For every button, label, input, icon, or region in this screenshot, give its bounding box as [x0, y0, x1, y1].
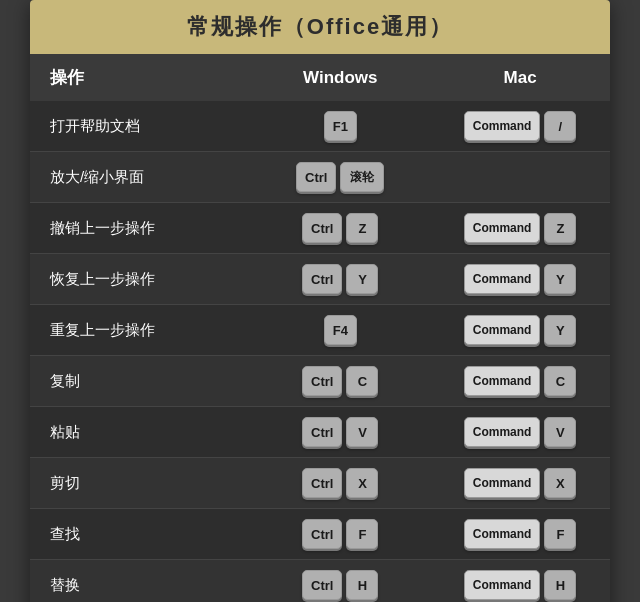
key-badge: X [346, 468, 378, 498]
action-cell: 替换 [30, 560, 250, 603]
mac-cell: CommandZ [430, 203, 610, 254]
action-cell: 撤销上一步操作 [30, 203, 250, 254]
action-cell: 放大/缩小界面 [30, 152, 250, 203]
key-badge: C [346, 366, 378, 396]
mac-cell: CommandY [430, 305, 610, 356]
mac-cell: CommandV [430, 407, 610, 458]
key-badge: 滚轮 [340, 162, 384, 192]
key-badge: Ctrl [302, 213, 342, 243]
key-badge: Ctrl [302, 468, 342, 498]
windows-cell: F4 [250, 305, 430, 356]
key-badge: Command [464, 366, 541, 396]
col-mac: Mac [430, 54, 610, 101]
windows-cell: CtrlF [250, 509, 430, 560]
key-badge: Command [464, 315, 541, 345]
action-cell: 查找 [30, 509, 250, 560]
key-badge: Ctrl [302, 417, 342, 447]
windows-cell: CtrlH [250, 560, 430, 603]
page-title: 常规操作（Office通用） [30, 0, 610, 54]
table-row: 复制CtrlCCommandC [30, 356, 610, 407]
key-badge: Ctrl [302, 366, 342, 396]
key-badge: Command [464, 264, 541, 294]
key-badge: Ctrl [296, 162, 336, 192]
key-badge: Ctrl [302, 264, 342, 294]
mac-cell: CommandF [430, 509, 610, 560]
table-row: 重复上一步操作F4CommandY [30, 305, 610, 356]
windows-cell: Ctrl滚轮 [250, 152, 430, 203]
key-badge: V [346, 417, 378, 447]
col-windows: Windows [250, 54, 430, 101]
windows-cell: CtrlY [250, 254, 430, 305]
mac-cell: CommandX [430, 458, 610, 509]
table-row: 恢复上一步操作CtrlYCommandY [30, 254, 610, 305]
table-row: 撤销上一步操作CtrlZCommandZ [30, 203, 610, 254]
mac-cell: CommandH [430, 560, 610, 603]
key-badge: Command [464, 213, 541, 243]
action-cell: 粘贴 [30, 407, 250, 458]
mac-cell: CommandC [430, 356, 610, 407]
key-badge: Y [544, 264, 576, 294]
key-badge: Y [544, 315, 576, 345]
key-badge: Command [464, 519, 541, 549]
key-badge: Y [346, 264, 378, 294]
key-badge: Z [544, 213, 576, 243]
shortcuts-table: 操作 Windows Mac 打开帮助文档F1Command/放大/缩小界面Ct… [30, 54, 610, 602]
mac-cell [430, 152, 610, 203]
key-badge: V [544, 417, 576, 447]
key-badge: Command [464, 570, 541, 600]
windows-cell: CtrlV [250, 407, 430, 458]
table-header-row: 操作 Windows Mac [30, 54, 610, 101]
key-badge: / [544, 111, 576, 141]
table-row: 替换CtrlHCommandH [30, 560, 610, 603]
key-badge: X [544, 468, 576, 498]
action-cell: 复制 [30, 356, 250, 407]
key-badge: F1 [324, 111, 357, 141]
key-badge: H [346, 570, 378, 600]
action-cell: 剪切 [30, 458, 250, 509]
key-badge: Command [464, 111, 541, 141]
key-badge: Ctrl [302, 570, 342, 600]
windows-cell: CtrlZ [250, 203, 430, 254]
action-cell: 恢复上一步操作 [30, 254, 250, 305]
action-cell: 打开帮助文档 [30, 101, 250, 152]
key-badge: H [544, 570, 576, 600]
key-badge: F4 [324, 315, 357, 345]
table-row: 放大/缩小界面Ctrl滚轮 [30, 152, 610, 203]
key-badge: Z [346, 213, 378, 243]
key-badge: F [544, 519, 576, 549]
windows-cell: CtrlX [250, 458, 430, 509]
table-row: 粘贴CtrlVCommandV [30, 407, 610, 458]
key-badge: Command [464, 468, 541, 498]
table-row: 查找CtrlFCommandF [30, 509, 610, 560]
table-row: 打开帮助文档F1Command/ [30, 101, 610, 152]
key-badge: F [346, 519, 378, 549]
action-cell: 重复上一步操作 [30, 305, 250, 356]
main-card: 常规操作（Office通用） 操作 Windows Mac 打开帮助文档F1Co… [30, 0, 610, 602]
key-badge: Command [464, 417, 541, 447]
mac-cell: CommandY [430, 254, 610, 305]
key-badge: C [544, 366, 576, 396]
windows-cell: F1 [250, 101, 430, 152]
col-action: 操作 [30, 54, 250, 101]
table-row: 剪切CtrlXCommandX [30, 458, 610, 509]
mac-cell: Command/ [430, 101, 610, 152]
windows-cell: CtrlC [250, 356, 430, 407]
key-badge: Ctrl [302, 519, 342, 549]
